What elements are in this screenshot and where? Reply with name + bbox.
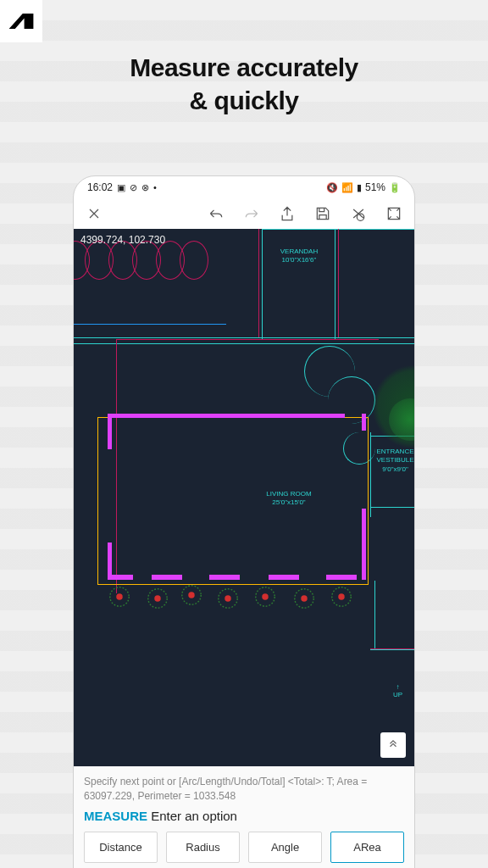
status-battery: 51% [365,181,385,193]
fullscreen-button[interactable] [382,202,406,225]
share-button[interactable] [275,202,299,225]
nodata-icon: ⊗ [141,182,149,193]
room-entrance: ENTRANCE VESTIBULE 9'0"x9'0" [372,448,414,474]
save-button[interactable] [311,202,335,225]
cursor-coordinates: 4399.724, 102.730 [80,234,165,246]
svg-point-8 [225,595,230,601]
autodesk-logo [0,0,42,42]
options-row: Distance Radius Angle ARea [84,832,404,863]
option-radius[interactable]: Radius [166,832,240,863]
phone-statusbar: 16:02 ▣ ⊘ ⊗ • 🔇 📶 ▮ 51% 🔋 [74,176,414,198]
headline-line2: & quickly [190,86,299,114]
shuffle-icon[interactable] [347,202,370,225]
bush [216,587,240,610]
bush [253,585,277,609]
bush [146,587,169,610]
svg-point-6 [188,592,194,598]
mute-icon: 🔇 [326,182,338,193]
option-distance[interactable]: Distance [84,832,158,863]
up-arrow: ↑ UP [393,683,402,698]
battery-icon: 🔋 [389,182,401,193]
command-name: MEASURE [84,809,147,823]
room-verandah: VERANDAH 10'0"X16'6" [274,248,324,265]
headline: Measure accurately& quickly [0,51,488,117]
bush [180,583,203,607]
option-area[interactable]: ARea [330,832,404,863]
room-living: LIVING ROOM 25'0"x15'0" [258,490,319,508]
command-line: MEASURE Enter an option [84,809,404,823]
ellipse-row [74,241,203,280]
svg-point-14 [338,593,344,599]
bush [292,587,316,610]
svg-point-10 [262,593,268,599]
command-panel: Specify next point or [Arc/Length/Undo/T… [74,766,414,868]
close-button[interactable] [82,202,106,225]
wifi-icon: 📶 [341,182,353,193]
headline-line1: Measure accurately [130,53,358,81]
undo-button[interactable] [204,202,228,225]
image-icon: ▣ [117,182,125,193]
svg-point-12 [301,595,307,601]
bush [330,585,353,609]
status-time: 16:02 [87,181,113,193]
collapse-panel-button[interactable] [380,732,406,758]
svg-point-2 [116,593,122,599]
measure-selection [97,417,369,585]
redo-button[interactable] [240,202,263,225]
more-icon: • [153,182,157,192]
option-angle[interactable]: Angle [248,832,322,863]
phone-frame: 16:02 ▣ ⊘ ⊗ • 🔇 📶 ▮ 51% 🔋 [73,175,415,868]
svg-point-4 [154,595,160,601]
command-prompt: Enter an option [151,809,237,823]
alarm-icon: ⊘ [130,182,137,193]
signal-icon: ▮ [357,182,362,193]
app-toolbar [74,198,414,229]
blue-line [74,324,226,325]
drawing-canvas[interactable]: 4399.724, 102.730 [74,229,414,766]
command-hint: Specify next point or [Arc/Length/Undo/T… [84,775,404,804]
bush [108,585,131,609]
